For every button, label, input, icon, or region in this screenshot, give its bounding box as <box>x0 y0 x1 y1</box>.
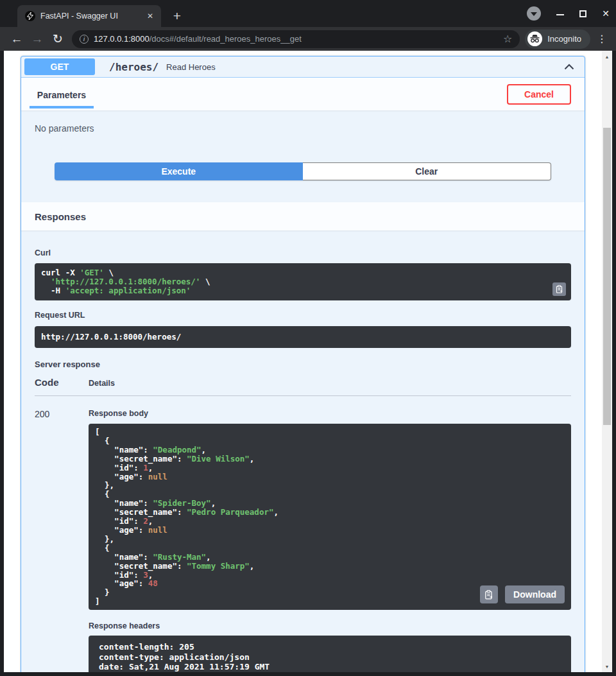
response-table-header: Code Details <box>35 377 571 396</box>
response-body-block[interactable]: [ { "name": "Deadpond", "secret_name": "… <box>89 424 571 610</box>
tab-strip: FastAPI - Swagger UI ✕ + ✕ <box>0 0 616 27</box>
url-text[interactable]: 127.0.0.1:8000/docs#/default/read_heroes… <box>94 34 498 44</box>
code-column-header: Code <box>35 377 89 388</box>
tab-close-icon[interactable]: ✕ <box>144 10 156 22</box>
collapse-chevron-up-icon[interactable] <box>563 60 576 73</box>
close-window-button[interactable]: ✕ <box>602 9 610 18</box>
response-row-200: 200 Response body [ { "name": "Deadpond"… <box>35 396 571 672</box>
back-button[interactable]: ← <box>6 29 27 49</box>
response-headers-label: Response headers <box>89 621 571 630</box>
minimize-button[interactable] <box>556 14 564 15</box>
parameters-body: No parameters Execute Clear <box>21 110 585 202</box>
address-bar[interactable]: i 127.0.0.1:8000/docs#/default/read_hero… <box>72 30 520 48</box>
endpoint-path: /heroes/ <box>109 61 158 73</box>
cancel-button[interactable]: Cancel <box>507 84 571 105</box>
scroll-up-icon[interactable]: ▲ <box>602 52 612 61</box>
tab-parameters[interactable]: Parameters <box>30 78 94 110</box>
response-headers-block: content-length: 205content-type: applica… <box>89 636 571 672</box>
tab-search-button[interactable] <box>527 6 541 21</box>
execute-button[interactable]: Execute <box>55 162 303 180</box>
request-url-value: http://127.0.0.1:8000/heroes/ <box>41 332 181 342</box>
responses-title: Responses <box>35 211 86 222</box>
incognito-icon <box>527 31 542 46</box>
status-code: 200 <box>35 409 89 672</box>
curl-label: Curl <box>35 248 571 257</box>
chevron-down-icon <box>531 12 537 16</box>
reload-button[interactable]: ↻ <box>47 29 68 49</box>
request-url-label: Request URL <box>35 311 571 320</box>
endpoint-summary: Read Heroes <box>166 62 563 72</box>
server-response-table: Code Details 200 Response body [ { "name… <box>35 377 571 672</box>
details-column-header: Details <box>89 379 115 388</box>
parameters-header: Parameters Cancel <box>21 78 585 110</box>
new-tab-button[interactable]: + <box>168 7 186 25</box>
tab-title: FastAPI - Swagger UI <box>40 12 139 21</box>
bookmark-star-icon[interactable]: ☆ <box>503 33 512 45</box>
url-host: 127.0.0.1:8000 <box>94 34 150 44</box>
responses-body: Curl curl -X 'GET' \ 'http://127.0.0.1:8… <box>21 230 585 672</box>
swagger-page: GET /heroes/ Read Heroes Parameters Canc… <box>4 51 612 672</box>
download-button[interactable]: Download <box>505 585 565 603</box>
url-path: /docs#/default/read_heroes_heroes__get <box>150 34 302 44</box>
response-body-label: Response body <box>89 409 571 418</box>
parameters-title: Parameters <box>37 90 86 100</box>
opblock-get-heroes: GET /heroes/ Read Heroes Parameters Canc… <box>21 56 585 672</box>
copy-response-button[interactable] <box>480 585 498 603</box>
browser-tab[interactable]: FastAPI - Swagger UI ✕ <box>17 5 161 27</box>
fastapi-favicon-icon <box>25 11 35 21</box>
incognito-badge: Incognito <box>525 30 590 49</box>
no-parameters-text: No parameters <box>35 123 571 134</box>
browser-menu-icon[interactable]: ⋮ <box>594 31 610 47</box>
scroll-down-icon[interactable]: ▼ <box>602 662 612 671</box>
execute-row: Execute Clear <box>55 162 551 180</box>
incognito-label: Incognito <box>547 34 581 44</box>
clear-button[interactable]: Clear <box>303 162 552 180</box>
request-url-block: http://127.0.0.1:8000/heroes/ <box>35 326 571 348</box>
curl-command-block[interactable]: curl -X 'GET' \ 'http://127.0.0.1:8000/h… <box>35 263 571 300</box>
http-method-badge: GET <box>24 58 95 75</box>
maximize-button[interactable] <box>579 10 586 17</box>
copy-curl-button[interactable] <box>552 282 566 296</box>
browser-toolbar: ← → ↻ i 127.0.0.1:8000/docs#/default/rea… <box>0 27 616 51</box>
server-response-label: Server response <box>35 360 571 369</box>
responses-header: Responses <box>21 202 585 230</box>
page-scrollbar[interactable]: ▲ ▼ <box>602 51 612 672</box>
scrollbar-thumb[interactable] <box>603 128 611 425</box>
active-tab-underline <box>30 106 94 108</box>
opblock-summary[interactable]: GET /heroes/ Read Heroes <box>21 56 585 78</box>
site-info-icon[interactable]: i <box>80 35 89 44</box>
forward-button[interactable]: → <box>27 29 47 49</box>
